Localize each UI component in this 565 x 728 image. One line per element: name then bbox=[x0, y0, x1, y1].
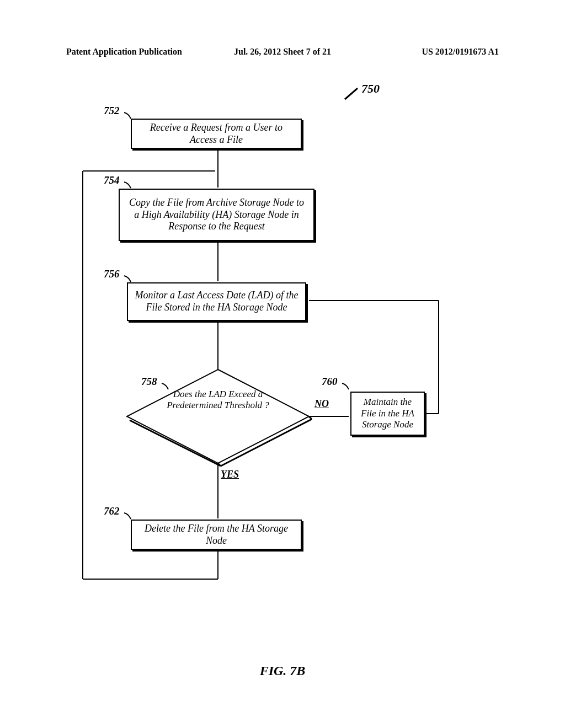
figure-caption: FIG. 7B bbox=[0, 663, 565, 678]
step-762-text: Delete the File from the HA Storage Node bbox=[138, 523, 294, 547]
ref-756: 756 bbox=[104, 268, 120, 280]
ref-760: 760 bbox=[322, 376, 338, 388]
svg-line-6 bbox=[309, 416, 312, 419]
step-756-box: Monitor a Last Access Date (LAD) of the … bbox=[127, 282, 306, 321]
step-754-text: Copy the File from Archive Storage Node … bbox=[126, 197, 307, 233]
flowchart-diagram: 750 752 754 756 758 760 762 Receive a Re… bbox=[0, 72, 565, 651]
svg-line-10 bbox=[130, 420, 221, 466]
header-center: Jul. 26, 2012 Sheet 7 of 21 bbox=[210, 47, 354, 57]
step-756-text: Monitor a Last Access Date (LAD) of the … bbox=[135, 290, 299, 313]
edge-label-no: NO bbox=[315, 398, 329, 410]
edge-label-yes: YES bbox=[221, 469, 239, 480]
ref-754: 754 bbox=[104, 174, 120, 186]
ref-758: 758 bbox=[141, 376, 157, 388]
ref-752: 752 bbox=[104, 105, 120, 117]
step-762-box: Delete the File from the HA Storage Node bbox=[131, 520, 302, 550]
step-752-box: Receive a Request from a User to Access … bbox=[131, 119, 302, 149]
step-754-box: Copy the File from Archive Storage Node … bbox=[119, 189, 315, 241]
step-760-box: Maintain the File in the HA Storage Node bbox=[350, 392, 425, 436]
header-right: US 2012/0191673 A1 bbox=[355, 47, 499, 57]
ref-762: 762 bbox=[104, 505, 120, 517]
step-752-text: Receive a Request from a User to Access … bbox=[138, 122, 294, 146]
svg-line-7 bbox=[218, 463, 221, 466]
decision-758-text: Does the LAD Exceed a Predetermined Thre… bbox=[163, 389, 273, 411]
step-760-text: Maintain the File in the HA Storage Node bbox=[358, 397, 417, 430]
page-header: Patent Application Publication Jul. 26, … bbox=[0, 47, 565, 57]
svg-line-8 bbox=[221, 419, 312, 466]
connector-lines bbox=[0, 72, 565, 651]
ref-750: 750 bbox=[361, 82, 380, 96]
header-left: Patent Application Publication bbox=[66, 47, 210, 57]
decision-758-label: Does the LAD Exceed a Predetermined Thre… bbox=[167, 389, 269, 410]
